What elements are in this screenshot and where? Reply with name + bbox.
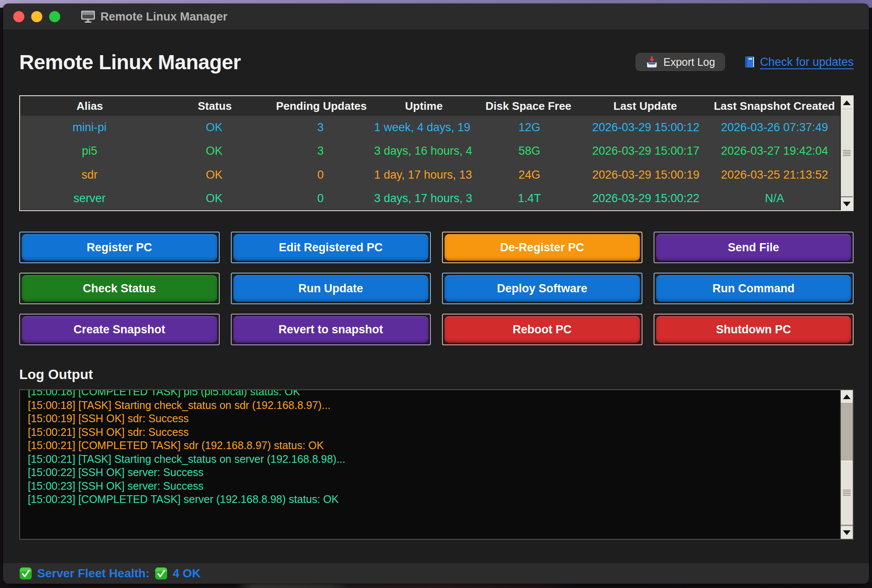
cell-alias: pi5 bbox=[20, 139, 159, 163]
pc-table-main: AliasStatusPending UpdatesUptimeDisk Spa… bbox=[20, 96, 840, 210]
minimize-window-button[interactable] bbox=[31, 11, 42, 22]
traffic-lights bbox=[13, 11, 60, 22]
run-update-button-frame: Run Update bbox=[231, 273, 431, 304]
table-row-mini-pi[interactable]: mini-piOK31 week, 4 days, 1912G2026-03-2… bbox=[20, 116, 840, 139]
table-scrollbar[interactable] bbox=[840, 96, 853, 210]
log-line: [15:00:21] [COMPLETED TASK] sdr (192.168… bbox=[28, 439, 840, 453]
header-actions: Export Log Check for updates bbox=[636, 53, 854, 71]
log-line: [15:00:22] [SSH OK] server: Success bbox=[28, 466, 840, 479]
monitor-icon bbox=[81, 10, 95, 23]
log-line: [15:00:18] [TASK] Starting check_status … bbox=[28, 399, 840, 412]
green-check-icon bbox=[155, 567, 168, 580]
shutdown-pc-button-frame: Shutdown PC bbox=[654, 314, 854, 345]
send-file-button[interactable]: Send File bbox=[656, 234, 851, 261]
page-title: Remote Linux Manager bbox=[19, 50, 241, 74]
cell-disk-space-free: 24G bbox=[476, 163, 583, 187]
cell-pending-updates: 0 bbox=[269, 187, 371, 210]
de-register-pc-button[interactable]: De-Register PC bbox=[445, 234, 640, 261]
table-scroll-up-arrow[interactable] bbox=[841, 96, 853, 109]
cell-alias: server bbox=[20, 187, 159, 210]
close-window-button[interactable] bbox=[13, 11, 24, 22]
deploy-software-button-frame: Deploy Software bbox=[442, 273, 642, 304]
log-line: [15:00:21] [TASK] Starting check_status … bbox=[28, 453, 840, 466]
log-scroll-thumb[interactable] bbox=[841, 461, 853, 526]
cell-uptime: 3 days, 16 hours, 4 bbox=[371, 139, 476, 163]
cell-uptime: 3 days, 17 hours, 3 bbox=[371, 187, 476, 210]
register-pc-button[interactable]: Register PC bbox=[22, 234, 217, 261]
log-viewport[interactable]: [15:00:18] [COMPLETED TASK] pi5 (pi5.loc… bbox=[20, 390, 840, 539]
run-command-button-frame: Run Command bbox=[654, 273, 854, 304]
fleet-health-value: 4 OK bbox=[173, 567, 200, 580]
revert-to-snapshot-button[interactable]: Revert to snapshot bbox=[233, 316, 429, 343]
cell-disk-space-free: 1.4T bbox=[476, 187, 583, 210]
log-line: [15:00:23] [COMPLETED TASK] server (192.… bbox=[28, 493, 840, 506]
table-row-server[interactable]: serverOK03 days, 17 hours, 31.4T2026-03-… bbox=[20, 187, 840, 210]
cell-last-update: 2026-03-29 15:00:12 bbox=[583, 116, 709, 139]
action-button-grid: Register PCEdit Registered PCDe-Register… bbox=[19, 232, 854, 345]
check-for-updates-link[interactable]: Check for updates bbox=[744, 56, 854, 69]
export-log-button[interactable]: Export Log bbox=[636, 53, 725, 71]
register-pc-button-frame: Register PC bbox=[19, 232, 220, 263]
cell-last-snapshot-created: 2026-03-27 19:42:04 bbox=[709, 139, 840, 163]
column-header-alias[interactable]: Alias bbox=[20, 96, 159, 116]
column-header-last-update[interactable]: Last Update bbox=[582, 96, 709, 116]
column-header-disk-space-free[interactable]: Disk Space Free bbox=[475, 96, 581, 116]
log-lines: [15:00:18] [COMPLETED TASK] pi5 (pi5.loc… bbox=[28, 390, 840, 506]
pc-table-header: AliasStatusPending UpdatesUptimeDisk Spa… bbox=[20, 96, 840, 116]
edit-registered-pc-button[interactable]: Edit Registered PC bbox=[233, 234, 429, 261]
log-scrollbar[interactable] bbox=[840, 390, 853, 539]
log-scroll-track[interactable] bbox=[841, 403, 853, 526]
table-scroll-thumb[interactable] bbox=[841, 109, 853, 197]
deploy-software-button[interactable]: Deploy Software bbox=[445, 275, 640, 302]
check-for-updates-label: Check for updates bbox=[760, 56, 854, 69]
log-line: [15:00:23] [SSH OK] server: Success bbox=[28, 479, 840, 493]
cell-last-update: 2026-03-29 15:00:17 bbox=[583, 139, 709, 163]
titlebar-title-group: Remote Linux Manager bbox=[81, 10, 227, 24]
column-header-uptime[interactable]: Uptime bbox=[373, 96, 475, 116]
titlebar[interactable]: Remote Linux Manager bbox=[3, 4, 869, 29]
inbox-tray-icon bbox=[645, 56, 658, 68]
revert-to-snapshot-button-frame: Revert to snapshot bbox=[231, 314, 431, 345]
column-header-status[interactable]: Status bbox=[159, 96, 270, 116]
log-scroll-up-arrow[interactable] bbox=[841, 390, 853, 403]
cell-status: OK bbox=[159, 163, 269, 187]
cell-pending-updates: 3 bbox=[269, 139, 371, 163]
main-content: Remote Linux Manager Export Log bbox=[3, 47, 869, 540]
log-line: [15:00:19] [SSH OK] sdr: Success bbox=[28, 412, 840, 426]
window-title: Remote Linux Manager bbox=[100, 10, 227, 24]
log-line: [15:00:18] [COMPLETED TASK] pi5 (pi5.loc… bbox=[28, 390, 840, 399]
check-status-button[interactable]: Check Status bbox=[22, 275, 217, 302]
cell-last-update: 2026-03-29 15:00:19 bbox=[583, 163, 709, 187]
log-scroll-down-arrow[interactable] bbox=[841, 526, 853, 539]
cell-last-snapshot-created: 2026-03-25 21:13:52 bbox=[709, 163, 840, 187]
table-scroll-down-arrow[interactable] bbox=[841, 197, 853, 210]
app-window: Remote Linux Manager Remote Linux Manage… bbox=[3, 4, 869, 584]
cell-disk-space-free: 12G bbox=[476, 116, 583, 139]
table-row-pi5[interactable]: pi5OK33 days, 16 hours, 458G2026-03-29 1… bbox=[20, 139, 840, 163]
cell-pending-updates: 3 bbox=[269, 116, 371, 139]
status-bar: Server Fleet Health: 4 OK bbox=[3, 563, 869, 584]
zoom-window-button[interactable] bbox=[49, 11, 60, 22]
edit-registered-pc-button-frame: Edit Registered PC bbox=[231, 232, 431, 263]
column-header-last-snapshot-created[interactable]: Last Snapshot Created bbox=[709, 96, 840, 116]
log-output-panel: [15:00:18] [COMPLETED TASK] pi5 (pi5.loc… bbox=[19, 389, 854, 540]
cell-disk-space-free: 58G bbox=[476, 139, 583, 163]
cell-alias: sdr bbox=[20, 163, 159, 187]
table-row-sdr[interactable]: sdrOK01 day, 17 hours, 1324G2026-03-29 1… bbox=[20, 163, 840, 187]
reboot-pc-button[interactable]: Reboot PC bbox=[445, 316, 640, 343]
cell-last-snapshot-created: 2026-03-26 07:37:49 bbox=[709, 116, 840, 139]
cell-status: OK bbox=[159, 187, 269, 210]
log-line: [15:00:21] [SSH OK] sdr: Success bbox=[28, 426, 840, 439]
create-snapshot-button[interactable]: Create Snapshot bbox=[22, 316, 217, 343]
pc-table-body: mini-piOK31 week, 4 days, 1912G2026-03-2… bbox=[20, 116, 840, 210]
pc-table: AliasStatusPending UpdatesUptimeDisk Spa… bbox=[19, 95, 854, 211]
run-command-button[interactable]: Run Command bbox=[656, 275, 851, 302]
column-header-pending-updates[interactable]: Pending Updates bbox=[270, 96, 373, 116]
green-check-icon bbox=[19, 567, 32, 580]
create-snapshot-button-frame: Create Snapshot bbox=[19, 314, 220, 345]
run-update-button[interactable]: Run Update bbox=[233, 275, 429, 302]
shutdown-pc-button[interactable]: Shutdown PC bbox=[656, 316, 851, 343]
fleet-health-label: Server Fleet Health: bbox=[37, 567, 150, 580]
table-scroll-track[interactable] bbox=[841, 109, 853, 197]
log-output-label: Log Output bbox=[19, 367, 854, 382]
